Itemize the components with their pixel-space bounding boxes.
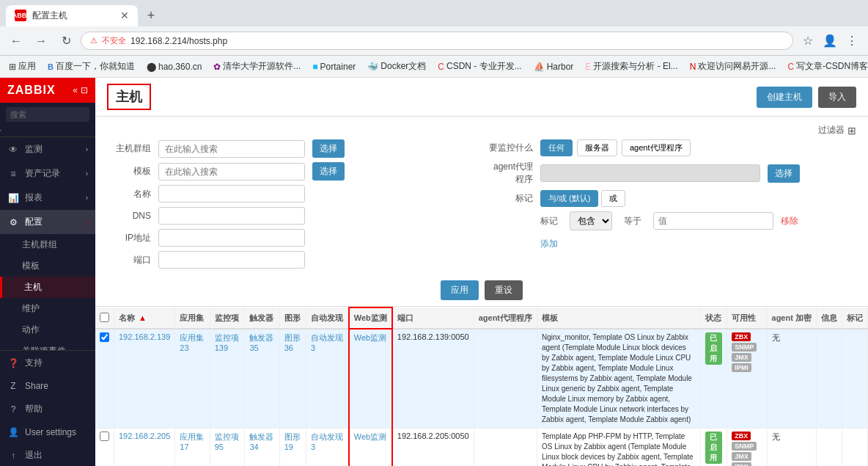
col-graphs[interactable]: 图形 [279, 307, 306, 329]
discovery-link[interactable]: 自动发现 3 [311, 333, 343, 352]
zbx-badge[interactable]: ZBX [732, 432, 751, 440]
col-templates[interactable]: 模板 [537, 307, 701, 329]
triggers-link[interactable]: 触发器 34 [249, 432, 273, 451]
bookmark-portainer[interactable]: ■ Portainer [309, 60, 358, 73]
apps-link[interactable]: 应用集 23 [180, 333, 204, 352]
jmx-badge[interactable]: JMX [732, 452, 751, 461]
bookmark-baidu[interactable]: B 百度一下，你就知道 [45, 59, 138, 74]
expand-icon[interactable]: ⊡ [81, 85, 88, 95]
sidebar-item-config[interactable]: ⚙ 配置 ↓ [0, 210, 95, 234]
tag-contains-select[interactable]: 包含 等于 [570, 211, 612, 230]
tag-or-button[interactable]: 或 [601, 190, 625, 207]
sidebar-item-monitoring[interactable]: 👁 监测 › [0, 137, 95, 161]
name-input[interactable] [158, 185, 305, 203]
tab-close-button[interactable]: ✕ [120, 10, 129, 21]
bookmark-tsinghua[interactable]: ✿ 清华大学开源软件... [210, 59, 304, 74]
hostgroup-select-button[interactable]: 选择 [312, 139, 345, 158]
address-bar[interactable]: ⚠ 不安全 192.168.2.214/hosts.php [81, 32, 793, 50]
col-agent[interactable]: agent代理程序 [474, 307, 537, 329]
jmx-badge[interactable]: JMX [732, 353, 751, 362]
discovery-link[interactable]: 自动发现 3 [311, 432, 343, 451]
create-host-button[interactable]: 创建主机 [757, 87, 812, 108]
col-info[interactable]: 信息 [816, 307, 842, 329]
col-triggers[interactable]: 触发器 [245, 307, 279, 329]
host-name-link[interactable]: 192.168.2.205 [119, 432, 170, 440]
ipmi-badge[interactable]: IPMI [732, 462, 751, 466]
sidebar-item-hostgroups[interactable]: 主机群组 [0, 234, 95, 255]
row-select-checkbox[interactable] [100, 432, 109, 441]
tag-and-or-button[interactable]: 与/或 (默认) [540, 190, 598, 207]
monitors-link[interactable]: 监控项 95 [215, 432, 239, 451]
web-link[interactable]: Web监测 [354, 432, 386, 441]
sidebar-item-hosts[interactable]: 主机 [0, 277, 95, 298]
monitors-link[interactable]: 监控项 139 [215, 333, 239, 352]
ipmi-badge[interactable]: IPMI [732, 363, 751, 372]
col-status[interactable]: 状态 [700, 307, 727, 329]
import-button[interactable]: 导入 [818, 87, 856, 108]
col-web[interactable]: Web监测 [349, 307, 392, 329]
snmp-badge[interactable]: SNMP [732, 343, 757, 352]
collapse-icon[interactable]: « [73, 85, 78, 95]
row-select-checkbox[interactable] [100, 332, 109, 342]
tag-add-link[interactable]: 添加 [540, 239, 558, 249]
sidebar-item-help[interactable]: ? 帮助 [0, 397, 95, 421]
apps-link[interactable]: 应用集 17 [180, 432, 204, 451]
graphs-link[interactable]: 图形 19 [284, 432, 301, 451]
active-tab[interactable]: ZABBIX 配置主机 ✕ [6, 5, 138, 26]
select-all-checkbox[interactable] [100, 313, 109, 322]
sidebar-item-reports[interactable]: 📊 报表 › [0, 186, 95, 210]
template-search-input[interactable] [158, 163, 305, 181]
bookmark-harbor[interactable]: ⛵ Harbor [531, 60, 577, 73]
sidebar-item-signout[interactable]: ↑ 退出 [0, 443, 95, 466]
bookmark-csdn[interactable]: C CSDN - 专业开发... [435, 59, 524, 74]
sidebar-item-assets[interactable]: ≡ 资产记录 › [0, 161, 95, 186]
sidebar-item-support[interactable]: ❓ 支持 [0, 351, 95, 375]
sidebar-search-input[interactable] [6, 107, 89, 122]
col-availability[interactable]: 可用性 [727, 307, 767, 329]
sidebar-item-templates[interactable]: 模板 [0, 255, 95, 277]
profile-button[interactable]: 👤 [820, 31, 840, 51]
col-encryption[interactable]: agent 加密 [767, 307, 816, 329]
bookmark-csdn2[interactable]: C 写文章-CSDN博客 [784, 59, 868, 74]
bookmark-hao360[interactable]: ⬤ hao.360.cn [144, 60, 205, 73]
port-input[interactable] [158, 251, 305, 269]
sidebar-item-actions[interactable]: 动作 [0, 319, 95, 341]
dns-input[interactable] [158, 207, 305, 225]
apply-button[interactable]: 应用 [441, 280, 479, 300]
monitor-server-button[interactable]: 服务器 [577, 139, 617, 156]
col-apps[interactable]: 应用集 [175, 307, 210, 329]
host-name-link[interactable]: 192.168.2.139 [119, 332, 170, 341]
sidebar-item-correvents[interactable]: 关联项事件 [0, 341, 95, 350]
agent-proxy-select-button[interactable]: 选择 [768, 164, 800, 183]
col-name[interactable]: 名称 ▲ [114, 307, 175, 329]
template-select-button[interactable]: 选择 [312, 162, 345, 181]
monitor-agent-button[interactable]: agent代理程序 [622, 139, 691, 156]
agent-proxy-input[interactable] [540, 164, 760, 182]
web-link[interactable]: Web监测 [354, 333, 386, 342]
col-iface[interactable]: 端口 [392, 307, 474, 329]
sidebar-item-user-settings[interactable]: 👤 User settings [0, 421, 95, 443]
sidebar-item-maintenance[interactable]: 维护 [0, 298, 95, 319]
refresh-button[interactable]: ↻ [56, 31, 76, 51]
bookmark-docker[interactable]: 🐳 Docker文档 [364, 59, 429, 74]
monitor-any-button[interactable]: 任何 [540, 139, 573, 156]
reset-button[interactable]: 重设 [485, 280, 523, 300]
bookmark-button[interactable]: ☆ [798, 31, 818, 51]
sidebar-item-share[interactable]: Z Share [0, 375, 95, 397]
tag-remove-button[interactable]: 移除 [781, 215, 798, 227]
zbx-badge[interactable]: ZBX [732, 332, 751, 341]
new-tab-button[interactable]: + [141, 5, 161, 26]
forward-button[interactable]: → [31, 31, 51, 51]
menu-button[interactable]: ⋮ [842, 31, 862, 51]
hostgroup-search-input[interactable] [158, 140, 305, 158]
back-button[interactable]: ← [6, 31, 26, 51]
col-tags[interactable]: 标记 [842, 307, 867, 329]
bookmark-163[interactable]: N 欢迎访问网易开源... [687, 59, 779, 74]
filter-funnel-icon[interactable]: ⊞ [847, 125, 856, 136]
bookmark-apps[interactable]: ⊞ 应用 [6, 59, 39, 74]
tag-value-input[interactable] [653, 212, 773, 230]
bookmark-elastic[interactable]: E 开源搜索与分析 - El... [582, 59, 680, 74]
col-monitors[interactable]: 监控项 [210, 307, 245, 329]
ip-input[interactable] [158, 229, 305, 247]
triggers-link[interactable]: 触发器 35 [249, 333, 273, 352]
